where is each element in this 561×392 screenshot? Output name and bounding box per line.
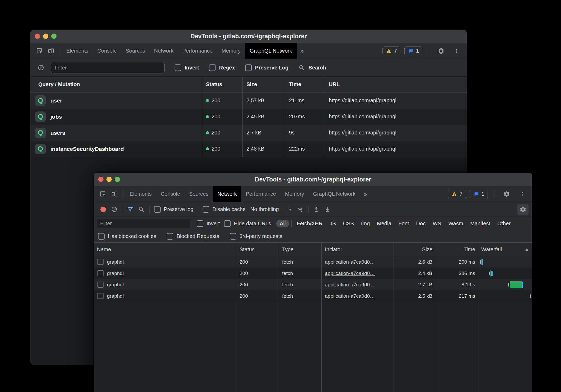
- request-row[interactable]: graphql 200 fetch application-a7ca9d0… 2…: [94, 290, 532, 302]
- tab-elements[interactable]: Elements: [125, 186, 156, 202]
- initiator-link[interactable]: application-a7ca9d0…: [325, 282, 375, 288]
- table-row[interactable]: Q users 200 2.7 kB 9s https://gitlab.com…: [30, 125, 467, 141]
- filter-type-ws[interactable]: WS: [433, 221, 441, 227]
- filter-type-css[interactable]: CSS: [343, 221, 354, 227]
- tab-network[interactable]: Network: [213, 186, 241, 202]
- initiator-link[interactable]: application-a7ca9d0…: [325, 293, 375, 299]
- column-header-initiator[interactable]: Initiator: [321, 243, 394, 256]
- tab-sources[interactable]: Sources: [121, 43, 149, 59]
- has-blocked-cookies-checkbox[interactable]: [98, 233, 105, 240]
- throttling-dropdown[interactable]: No throttling ▼: [250, 206, 292, 212]
- search-icon[interactable]: [136, 204, 147, 215]
- column-header-size[interactable]: Size: [242, 77, 285, 92]
- filter-type-other[interactable]: Other: [497, 221, 511, 227]
- inspect-element-button[interactable]: [34, 45, 45, 57]
- titlebar[interactable]: DevTools - gitlab.com/-/graphql-explorer: [94, 173, 532, 186]
- table-row[interactable]: Q instanceSecurityDashboard 200 2.48 kB …: [30, 141, 467, 157]
- hide-data-urls-checkbox[interactable]: [224, 220, 231, 227]
- close-button[interactable]: [35, 34, 40, 39]
- filter-type-font[interactable]: Font: [399, 221, 409, 227]
- request-row[interactable]: graphql 200 fetch application-a7ca9d0… 2…: [94, 279, 532, 290]
- warnings-badge[interactable]: 7: [382, 46, 400, 55]
- table-row[interactable]: Q user 200 2.57 kB 211ms https://gitlab.…: [30, 92, 467, 109]
- column-header-time[interactable]: Time: [435, 243, 478, 256]
- tab-sources[interactable]: Sources: [185, 186, 213, 202]
- column-header-type[interactable]: Type: [279, 243, 321, 256]
- hide-data-urls-checkbox-group[interactable]: Hide data URLs: [224, 220, 271, 227]
- tab-elements[interactable]: Elements: [62, 43, 93, 59]
- tab-performance[interactable]: Performance: [178, 43, 217, 59]
- initiator-link[interactable]: application-a7ca9d0…: [325, 259, 375, 265]
- minimize-button[interactable]: [43, 34, 48, 39]
- tab-graphql-network[interactable]: GraphQL Network: [245, 43, 296, 59]
- invert-checkbox-group[interactable]: Invert: [175, 64, 199, 71]
- initiator-link[interactable]: application-a7ca9d0…: [325, 270, 375, 276]
- filter-type-all[interactable]: All: [276, 220, 289, 227]
- filter-funnel-icon[interactable]: [125, 204, 136, 215]
- clear-icon[interactable]: [109, 204, 120, 215]
- third-party-requests-checkbox[interactable]: [230, 233, 236, 240]
- row-checkbox[interactable]: [97, 282, 104, 288]
- preserve-log-checkbox[interactable]: [154, 206, 161, 213]
- filter-type-manifest[interactable]: Manifest: [470, 221, 490, 227]
- invert-checkbox-group[interactable]: Invert: [197, 220, 220, 227]
- preserve-log-checkbox-group[interactable]: Preserve log: [154, 206, 193, 213]
- filter-type-img[interactable]: Img: [361, 221, 370, 227]
- row-checkbox[interactable]: [97, 293, 104, 299]
- device-toolbar-button[interactable]: [45, 45, 57, 57]
- row-checkbox[interactable]: [97, 259, 104, 265]
- tab-memory[interactable]: Memory: [280, 186, 308, 202]
- issues-badge[interactable]: 1: [404, 46, 422, 55]
- has-blocked-cookies-checkbox-group[interactable]: Has blocked cookies: [98, 233, 156, 240]
- column-header-time[interactable]: Time: [285, 77, 325, 92]
- network-filter-input[interactable]: [97, 219, 190, 228]
- network-settings-gear-icon[interactable]: [517, 204, 529, 215]
- column-header-name[interactable]: Name: [94, 243, 236, 256]
- regex-checkbox-group[interactable]: Regex: [209, 64, 235, 71]
- third-party-requests-checkbox-group[interactable]: 3rd-party requests: [230, 233, 282, 240]
- close-button[interactable]: [98, 177, 104, 182]
- column-header-query-mutation[interactable]: Query / Mutation: [30, 77, 202, 92]
- more-tabs-chevron-icon[interactable]: »: [360, 190, 371, 198]
- inspect-element-button[interactable]: [97, 188, 109, 200]
- tab-console[interactable]: Console: [93, 43, 121, 59]
- zoom-button[interactable]: [115, 177, 120, 182]
- network-conditions-icon[interactable]: [295, 204, 306, 215]
- kebab-menu-icon[interactable]: [516, 188, 528, 200]
- column-header-status[interactable]: Status: [202, 77, 242, 92]
- import-har-icon[interactable]: [311, 204, 322, 215]
- filter-type-wasm[interactable]: Wasm: [448, 221, 463, 227]
- kebab-menu-icon[interactable]: [451, 45, 462, 57]
- filter-type-js[interactable]: JS: [330, 221, 336, 227]
- preserve-log-checkbox-group[interactable]: Preserve Log: [245, 64, 289, 71]
- clear-icon[interactable]: [35, 62, 47, 73]
- filter-type-fetch-xhr[interactable]: Fetch/XHR: [297, 221, 322, 227]
- disable-cache-checkbox[interactable]: [203, 206, 209, 213]
- device-toolbar-button[interactable]: [109, 188, 120, 200]
- column-header-waterfall[interactable]: Waterfall ▲: [478, 243, 532, 256]
- tab-memory[interactable]: Memory: [217, 43, 245, 59]
- more-tabs-chevron-icon[interactable]: »: [297, 47, 307, 55]
- filter-type-doc[interactable]: Doc: [416, 221, 426, 227]
- zoom-button[interactable]: [51, 34, 57, 39]
- settings-gear-icon[interactable]: [501, 188, 512, 200]
- request-row[interactable]: graphql 200 fetch application-a7ca9d0… 2…: [94, 268, 532, 279]
- tab-console[interactable]: Console: [156, 186, 184, 202]
- blocked-requests-checkbox-group[interactable]: Blocked Requests: [167, 233, 219, 240]
- row-checkbox[interactable]: [97, 270, 104, 276]
- settings-gear-icon[interactable]: [435, 45, 447, 57]
- tab-network[interactable]: Network: [149, 43, 178, 59]
- issues-badge[interactable]: 1: [470, 190, 488, 198]
- invert-checkbox[interactable]: [175, 64, 181, 71]
- table-row[interactable]: Q jobs 200 2.45 kB 207ms https://gitlab.…: [30, 109, 467, 125]
- warnings-badge[interactable]: 7: [448, 190, 466, 198]
- minimize-button[interactable]: [106, 177, 112, 182]
- search-group[interactable]: Search: [298, 64, 326, 71]
- filter-input[interactable]: [51, 62, 165, 73]
- preserve-log-checkbox[interactable]: [245, 64, 252, 71]
- tab-graphql-network[interactable]: GraphQL Network: [308, 186, 360, 202]
- tab-performance[interactable]: Performance: [241, 186, 281, 202]
- record-button[interactable]: [97, 204, 109, 215]
- request-row[interactable]: graphql 200 fetch application-a7ca9d0… 2…: [94, 256, 532, 268]
- disable-cache-checkbox-group[interactable]: Disable cache: [203, 206, 246, 213]
